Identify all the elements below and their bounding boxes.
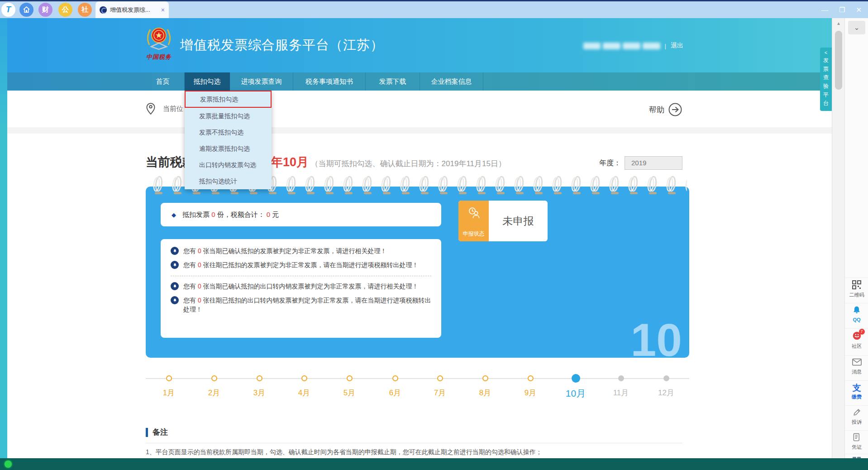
menu-deduction-check-statistics[interactable]: 抵扣勾选统计 xyxy=(185,173,272,189)
public-shortcut-icon[interactable]: 公 xyxy=(58,3,72,17)
chevron-down-icon[interactable]: ⌄ xyxy=(848,21,865,34)
browser-logo-icon[interactable]: T xyxy=(1,3,15,17)
deduction-check-dropdown: 发票抵扣勾选 发票批量抵扣勾选 发票不抵扣勾选 逾期发票抵扣勾选 出口转内销发票… xyxy=(185,91,272,189)
declaration-status-card: 申报状态 未申报 xyxy=(458,201,548,241)
deduction-summary-card: ◆ 抵扣发票 0 份，税额合计： 0 元 xyxy=(161,203,441,226)
tool-complaint[interactable]: 投诉 xyxy=(845,405,868,426)
username-redacted xyxy=(583,43,660,49)
pencil-icon xyxy=(853,408,861,418)
notes-line-1: 1、平台页面显示的当前税款所属期即当期，勾选、确认截止时间为各省当期的申报截止期… xyxy=(146,448,682,456)
tool-messages[interactable]: 消息 xyxy=(845,355,868,375)
month-dot xyxy=(437,375,443,381)
timeline-month-6[interactable]: 6月 xyxy=(377,367,413,398)
tax-logo-text: 中国税务 xyxy=(143,53,175,61)
tool-voucher[interactable]: 凭证 xyxy=(845,430,868,451)
nav-home[interactable]: 首页 xyxy=(141,72,185,91)
menu-overdue-deduction-check[interactable]: 逾期发票抵扣勾选 xyxy=(185,140,272,157)
notes-accent-bar xyxy=(146,428,148,437)
deadline-note: （当期可抵扣勾选、确认截止日期为：2019年11月15日） xyxy=(311,159,506,168)
tax-logo: 中国税务 xyxy=(143,24,175,67)
nav-tax-notice[interactable]: 税务事项通知书 xyxy=(293,72,366,91)
diamond-bullet-icon: ◆ xyxy=(172,211,176,218)
month-dot xyxy=(301,375,307,381)
month-dot xyxy=(257,375,262,381)
qq-bell-icon xyxy=(852,306,861,316)
browser-topbar: T 财 公 社 增值税发票综... × — ❐ ✕ xyxy=(0,1,868,18)
timeline-month-9[interactable]: 9月 xyxy=(512,367,548,398)
year-label: 年度： xyxy=(599,158,621,168)
nav-deduction-check[interactable]: 抵扣勾选 xyxy=(185,72,230,91)
payment-icon: 支 xyxy=(853,383,861,393)
notice-row: 您有 0 张当期已确认抵扣的出口转内销发票被判定为非正常发票，请进行相关处理！ xyxy=(171,282,431,291)
notice-row: 您有 0 张当期已确认抵扣的发票被判定为非正常发票，请进行相关处理！ xyxy=(171,246,431,255)
tax-emblem-icon xyxy=(144,24,174,52)
nav-invoice-download[interactable]: 发票下载 xyxy=(366,72,420,91)
window-controls: — ❐ ✕ xyxy=(821,6,862,14)
dashed-divider xyxy=(171,276,431,276)
window-left-strip xyxy=(0,18,7,458)
menu-no-deduction-check[interactable]: 发票不抵扣勾选 xyxy=(185,124,272,140)
notes-divider xyxy=(146,443,682,443)
tool-payment[interactable]: 支 缴费 xyxy=(845,380,868,400)
year-input[interactable]: 2019 xyxy=(625,156,682,170)
bell-icon xyxy=(171,247,179,255)
logout-link[interactable]: 退出 xyxy=(671,42,683,50)
close-icon[interactable]: ✕ xyxy=(856,6,862,14)
menu-batch-deduction-check[interactable]: 发票批量抵扣勾选 xyxy=(185,108,272,124)
timeline-month-8[interactable]: 8月 xyxy=(467,367,503,398)
month-dot xyxy=(347,375,353,381)
minimize-icon[interactable]: — xyxy=(821,6,828,14)
invoice-verification-tab[interactable]: < 发票查验平台 xyxy=(820,48,832,111)
status-green-dot xyxy=(5,460,12,468)
nav-input-invoice-query[interactable]: 进项发票查询 xyxy=(230,72,293,91)
declaration-status-header: 申报状态 xyxy=(458,201,489,241)
help-arrow-icon xyxy=(668,102,682,117)
nav-company-archive[interactable]: 企业档案信息 xyxy=(420,72,483,91)
notes-title-text: 备注 xyxy=(153,427,168,437)
home-icon[interactable] xyxy=(19,3,33,17)
tool-community[interactable]: 7 社区 xyxy=(845,328,868,350)
bell-icon xyxy=(171,261,179,269)
menu-export-to-domestic-check[interactable]: 出口转内销发票勾选 xyxy=(185,157,272,173)
social-shortcut-icon[interactable]: 社 xyxy=(78,3,92,17)
tool-qrcode[interactable]: 二维码 xyxy=(845,278,868,298)
timeline-month-5[interactable]: 5月 xyxy=(331,367,367,398)
invoice-verification-label: 发票查验平台 xyxy=(823,56,829,108)
declaration-status-label: 申报状态 xyxy=(463,230,485,238)
browser-tab[interactable]: 增值税发票综... × xyxy=(95,1,169,18)
timeline-month-3[interactable]: 3月 xyxy=(241,367,277,398)
month-dot xyxy=(663,375,669,381)
timeline-month-11[interactable]: 11月 xyxy=(603,367,639,398)
breadcrumb: 当前位 xyxy=(163,105,183,113)
scrollbar-thumb[interactable] xyxy=(835,31,842,90)
timeline-month-2[interactable]: 2月 xyxy=(196,367,232,398)
current-period-panel: ◆ 抵扣发票 0 份，税额合计： 0 元 申报状态 未申报 您有 0 xyxy=(146,187,689,358)
tab-title: 增值税发票综... xyxy=(110,6,158,14)
scroll-up-icon[interactable]: ▲ xyxy=(832,21,845,26)
tool-qq[interactable]: QQ xyxy=(845,303,868,322)
menu-invoice-deduction-check[interactable]: 发票抵扣勾选 xyxy=(185,91,272,108)
timeline-month-4[interactable]: 4月 xyxy=(286,367,322,398)
month-dot-active xyxy=(572,374,580,383)
tab-close-icon[interactable]: × xyxy=(161,6,165,14)
screen: T 财 公 社 增值税发票综... × — ❐ ✕ xyxy=(0,0,868,470)
tax-amount: 0 xyxy=(267,211,270,218)
community-badge: 7 xyxy=(859,329,865,335)
notes-section-title: 备注 xyxy=(146,427,168,437)
scrollbar[interactable]: ▲ xyxy=(832,18,844,458)
timeline-month-1[interactable]: 1月 xyxy=(151,367,187,398)
qrcode-icon xyxy=(852,280,861,290)
month-dot xyxy=(392,375,398,381)
timeline-month-10[interactable]: 10月 xyxy=(558,367,594,400)
declaration-status-icon xyxy=(467,206,481,220)
timeline-month-7[interactable]: 7月 xyxy=(422,367,458,398)
finance-shortcut-icon[interactable]: 财 xyxy=(38,3,52,17)
deduction-summary-text: 抵扣发票 0 份，税额合计： 0 元 xyxy=(182,211,279,219)
user-area: | 退出 xyxy=(583,42,683,50)
tab-favicon xyxy=(100,6,107,14)
timeline-month-12[interactable]: 12月 xyxy=(648,367,684,398)
restore-icon[interactable]: ❐ xyxy=(839,6,845,14)
voucher-icon xyxy=(853,433,861,443)
help-button[interactable]: 帮助 xyxy=(649,102,682,117)
bell-icon xyxy=(171,296,179,304)
